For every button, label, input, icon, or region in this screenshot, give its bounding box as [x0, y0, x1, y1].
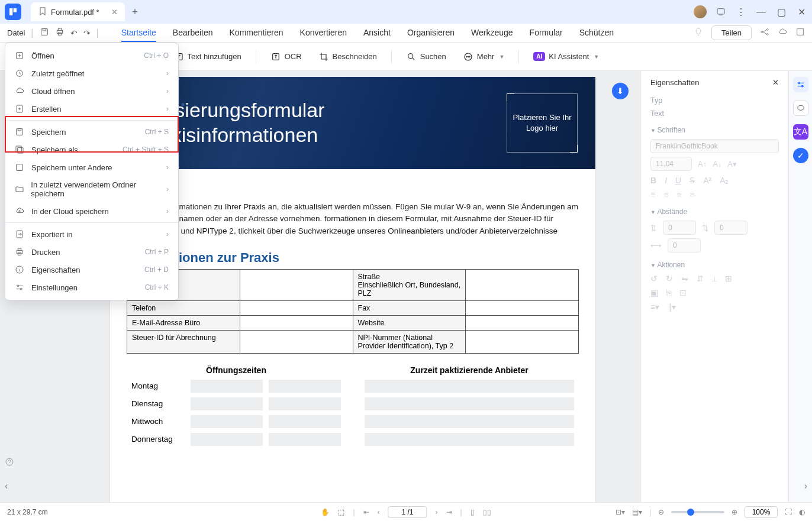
underline-icon[interactable]: U: [675, 176, 681, 185]
align-right-icon[interactable]: ≡: [676, 190, 681, 199]
menu-save-as[interactable]: Speichern als Ctrl + Shift + S: [5, 141, 178, 158]
close-window-icon[interactable]: ✕: [795, 6, 807, 18]
rotate-right-icon[interactable]: ↻: [666, 274, 673, 283]
fonts-section[interactable]: Schriften: [650, 126, 779, 134]
replace-icon[interactable]: ⊞: [725, 274, 732, 283]
menu-cloud-open[interactable]: Cloud öffnen ›: [5, 82, 178, 100]
collapse-left-icon[interactable]: ‹: [5, 481, 14, 491]
first-page-icon[interactable]: ⇤: [363, 508, 369, 516]
copy-icon[interactable]: ⎘: [666, 288, 671, 297]
save-icon[interactable]: [40, 27, 49, 38]
align-justify-icon[interactable]: ≡: [690, 190, 695, 199]
decrease-font-icon[interactable]: A↓: [713, 160, 721, 169]
menu-print[interactable]: Drucken Ctrl + P: [5, 243, 178, 261]
tab-werkzeuge[interactable]: Werkzeuge: [471, 24, 513, 42]
close-tab-icon[interactable]: ✕: [111, 8, 118, 17]
feedback-icon[interactable]: [715, 6, 727, 18]
zoom-out-icon[interactable]: ⊖: [658, 508, 664, 516]
add-tab-button[interactable]: +: [132, 6, 138, 18]
more-button[interactable]: Mehr▼: [457, 48, 511, 66]
subscript-icon[interactable]: A₂: [720, 176, 729, 185]
tab-startseite[interactable]: Startseite: [121, 24, 156, 42]
menu-export[interactable]: Exportiert in ›: [5, 225, 178, 243]
kebab-menu-icon[interactable]: ⋮: [735, 6, 747, 18]
minimize-icon[interactable]: —: [755, 6, 767, 18]
redo-icon[interactable]: ↷: [83, 28, 91, 38]
two-page-icon[interactable]: ▯▯: [483, 508, 491, 516]
align-objects-icon[interactable]: ≡▾: [650, 302, 659, 312]
translate-strip-icon[interactable]: 文A: [793, 124, 808, 140]
font-name-input[interactable]: FranklinGothicBook: [650, 139, 779, 153]
user-avatar[interactable]: [694, 5, 707, 18]
document-tab[interactable]: Formular.pdf * ✕: [31, 2, 125, 21]
close-panel-icon[interactable]: ✕: [772, 78, 779, 87]
menu-settings[interactable]: Einstellungen Ctrl + K: [5, 279, 178, 296]
tab-schuetzen[interactable]: Schützen: [579, 24, 614, 42]
lightbulb-icon[interactable]: [694, 27, 703, 39]
font-size-input[interactable]: 11,04: [650, 157, 692, 171]
maximize-icon[interactable]: ▢: [775, 6, 787, 18]
add-text-button[interactable]: Text hinzufügen: [167, 48, 247, 66]
spacing-section[interactable]: Abstände: [650, 208, 779, 216]
zoom-input[interactable]: [745, 506, 778, 518]
select-tool-icon[interactable]: ⬚: [338, 508, 344, 516]
tab-bearbeiten[interactable]: Bearbeiten: [173, 24, 213, 42]
undo-icon[interactable]: ↶: [70, 28, 78, 38]
view-mode-icon[interactable]: ▤▾: [632, 508, 642, 516]
chat-strip-icon[interactable]: [793, 101, 808, 116]
ocr-button[interactable]: OCR: [265, 48, 308, 66]
help-icon[interactable]: [5, 457, 14, 469]
zoom-slider[interactable]: [671, 511, 724, 513]
print-icon[interactable]: [55, 27, 65, 38]
italic-icon[interactable]: I: [665, 176, 667, 185]
reading-mode-icon[interactable]: ◐: [799, 508, 805, 516]
tab-kommentieren[interactable]: Kommentieren: [230, 24, 283, 42]
next-page-icon[interactable]: ›: [436, 508, 438, 516]
menu-save[interactable]: Speichern Ctrl + S: [5, 123, 178, 141]
ai-assistant-button[interactable]: AI KI Assistent▼: [527, 48, 605, 64]
download-badge-icon[interactable]: ⬇: [612, 83, 629, 99]
tab-formular[interactable]: Formular: [530, 24, 563, 42]
superscript-icon[interactable]: A²: [703, 176, 711, 185]
flip-v-icon[interactable]: ⇵: [697, 274, 704, 283]
menu-save-recent-folder[interactable]: In zuletzt verwendetem Ordner speichern …: [5, 176, 178, 202]
fullscreen-icon[interactable]: ⛶: [785, 508, 792, 516]
group-icon[interactable]: ⊡: [679, 288, 687, 297]
menu-recent[interactable]: Zuletzt geöffnet ›: [5, 64, 178, 82]
collapse-right-icon[interactable]: ›: [804, 481, 807, 491]
tab-organisieren[interactable]: Organisieren: [407, 24, 455, 42]
menu-open[interactable]: Öffnen Ctrl + O: [5, 47, 178, 64]
strikethrough-icon[interactable]: S̶: [689, 176, 695, 185]
crop-button[interactable]: Beschneiden: [312, 48, 383, 66]
prev-page-icon[interactable]: ‹: [378, 508, 380, 516]
extract-icon[interactable]: ▣: [650, 288, 658, 297]
tab-ansicht[interactable]: Ansicht: [363, 24, 391, 42]
zoom-in-icon[interactable]: ⊕: [732, 508, 737, 516]
increase-font-icon[interactable]: A↑: [698, 160, 707, 169]
menu-save-other[interactable]: Speichern unter Andere ›: [5, 158, 178, 176]
share-button[interactable]: Teilen: [711, 25, 752, 40]
network-icon[interactable]: [760, 27, 769, 39]
actions-section[interactable]: Aktionen: [650, 261, 779, 269]
app-logo-icon[interactable]: [5, 4, 21, 20]
align-center-icon[interactable]: ≡: [663, 190, 668, 199]
font-color-icon[interactable]: A▾: [727, 160, 737, 169]
menu-save-cloud[interactable]: In der Cloud speichern ›: [5, 202, 178, 220]
tab-konvertieren[interactable]: Konvertieren: [300, 24, 347, 42]
single-page-icon[interactable]: ▯: [471, 508, 475, 516]
rotate-left-icon[interactable]: ↺: [650, 274, 658, 283]
hand-tool-icon[interactable]: ✋: [321, 508, 330, 516]
cloud-icon[interactable]: [778, 27, 787, 39]
page-number-input[interactable]: [388, 506, 427, 518]
align-left-icon[interactable]: ≡: [650, 190, 655, 199]
crop-action-icon[interactable]: ⟂: [712, 274, 717, 283]
distribute-icon[interactable]: ∥▾: [668, 302, 676, 312]
fit-width-icon[interactable]: ⊡▾: [616, 508, 625, 516]
check-strip-icon[interactable]: [793, 148, 808, 163]
expand-icon[interactable]: [795, 27, 805, 39]
file-menu-button[interactable]: Datei: [7, 28, 25, 37]
last-page-icon[interactable]: ⇥: [446, 508, 452, 516]
properties-strip-icon[interactable]: [793, 77, 808, 92]
flip-h-icon[interactable]: ⇋: [681, 274, 688, 283]
menu-create[interactable]: Erstellen ›: [5, 100, 178, 118]
